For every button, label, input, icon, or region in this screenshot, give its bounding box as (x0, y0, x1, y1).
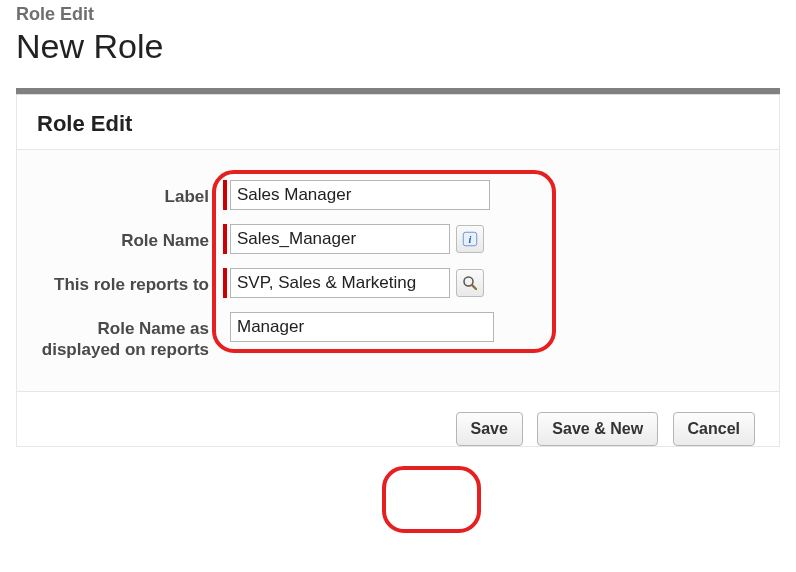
role-name-input[interactable] (230, 224, 450, 254)
reports-to-label: This role reports to (17, 268, 223, 295)
save-button[interactable]: Save (456, 412, 523, 446)
section-title: Role Edit (37, 111, 759, 137)
lookup-icon[interactable] (456, 269, 484, 297)
breadcrumb: Role Edit (16, 0, 780, 25)
button-bar: Save Save & New Cancel (17, 392, 779, 446)
required-marker (223, 180, 227, 210)
role-edit-section: Role Edit Label Role Name i (16, 95, 780, 447)
save-and-new-button[interactable]: Save & New (537, 412, 658, 446)
cancel-button[interactable]: Cancel (673, 412, 755, 446)
page-title: New Role (16, 27, 780, 66)
form-body: Label Role Name i This role reports to (17, 149, 779, 392)
label-label: Label (17, 180, 223, 207)
role-name-label: Role Name (17, 224, 223, 251)
reports-to-input[interactable] (230, 268, 450, 298)
required-marker (223, 268, 227, 298)
required-marker (223, 224, 227, 254)
info-icon[interactable]: i (456, 225, 484, 253)
display-name-label: Role Name as displayed on reports (17, 312, 223, 361)
svg-text:i: i (469, 234, 472, 245)
annotation-highlight-save (382, 466, 481, 533)
display-name-input[interactable] (230, 312, 494, 342)
svg-line-3 (472, 285, 476, 289)
label-input[interactable] (230, 180, 490, 210)
section-divider (16, 88, 780, 95)
